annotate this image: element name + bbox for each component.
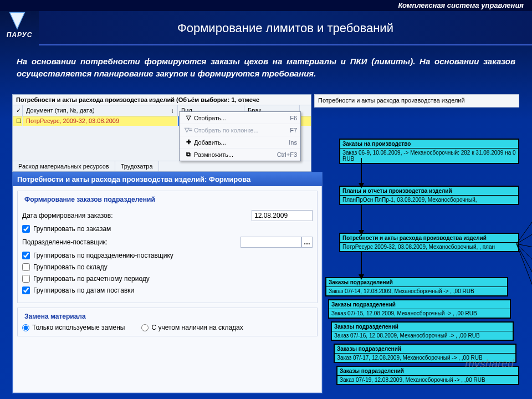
group-form-orders: Формирование заказов подразделений Дата … [17,191,318,303]
page-description: На основании потребности формируются зак… [0,45,532,86]
check-label: Группировать по расчетному периоду [33,275,150,283]
label-date: Дата формирования заказов: [22,212,252,219]
funnel-icon: ▽ [183,114,194,121]
brand-logo: ПАРУС [3,10,36,43]
svg-line-11 [516,244,532,316]
svg-marker-5 [359,274,364,280]
input-supplier[interactable] [241,237,301,248]
menu-item-add[interactable]: ✚ Добавить... Ins [180,136,300,149]
context-menu: ▽ Отобрать... F6 ▽= Отобрать по колонке.… [179,111,301,161]
check-label: Группировать по подразделению-поставщику [33,252,173,259]
funnel-equals-icon: ▽= [183,126,194,134]
svg-marker-3 [359,230,364,236]
radio-stock-availability[interactable]: С учетом наличия на складах [141,324,243,331]
group-material-replacement: Замена материала Только используемые зам… [17,308,318,336]
tab-material-resources[interactable]: Расход материальных ресурсов [13,161,115,171]
diagram-dept-order-2: Заказы подразделенийЗаказ 07/-15, 12.08.… [328,299,511,319]
svg-line-6 [516,205,532,244]
group-title: Формирование заказов подразделений [22,196,157,203]
plus-icon: ✚ [183,139,194,146]
label-supplier: Подразделение-поставщик: [22,238,241,246]
radio-used-replacements[interactable]: Только используемые замены [22,324,125,331]
check-group-by-period[interactable] [22,275,30,283]
page-title: Формирование лимитов и требований [39,11,532,45]
check-label: Группировать по складу [33,263,108,271]
check-label: Группировать по датам поставки [33,287,134,294]
diagram-dept-order-1: Заказы подразделенийЗаказ 07/-14, 12.08.… [325,277,508,296]
svg-line-7 [516,227,532,244]
brand-name: ПАРУС [3,31,36,39]
menu-item-filter[interactable]: ▽ Отобрать... F6 [180,112,300,124]
requirements-grid-window: Потребности и акты расхода производства … [12,94,311,172]
svg-marker-1 [359,183,364,188]
col-checkbox[interactable]: ✓ [13,105,23,116]
check-group-by-supplier[interactable] [22,252,30,259]
check-group-by-warehouse[interactable] [22,263,30,271]
form-orders-dialog: Потребности и акты расхода производства … [12,172,323,393]
secondary-window-title: Потребности и акты расхода производства … [314,94,519,108]
tab-labor[interactable]: Трудозатра [115,161,159,171]
check-label: Группировать по заказам [33,225,111,233]
row-document: ПотрРесурс, 2009-32, 03.08.2009 [23,116,178,126]
group-title-replacement: Замена материала [22,313,88,320]
menu-item-filter-column: ▽= Отобрать по колонке... F7 [180,124,300,136]
system-name-bar: Комплексная система управления [0,0,532,11]
supplier-lookup-button[interactable]: … [301,237,313,248]
diagram-dept-order-3: Заказы подразделенийЗаказ 07/-16, 12.08.… [331,321,514,341]
grid-window-title: Потребности и акты расхода производства … [13,95,311,105]
watermark: myshared [465,357,514,370]
grid-tabs: Расход материальных ресурсов Трудозатра [13,161,311,171]
check-group-by-delivery-date[interactable] [22,287,30,294]
check-group-by-orders[interactable] [22,225,30,233]
row-checkbox[interactable]: ☐ [13,116,23,126]
menu-item-duplicate[interactable]: ⧉ Размножить... Ctrl+F3 [180,149,300,161]
input-date[interactable] [252,210,313,221]
col-document[interactable]: Документ (тип, №, дата) ↓ [23,105,178,116]
dialog-title: Потребности и акты расхода производства … [13,172,322,186]
duplicate-icon: ⧉ [183,151,194,158]
